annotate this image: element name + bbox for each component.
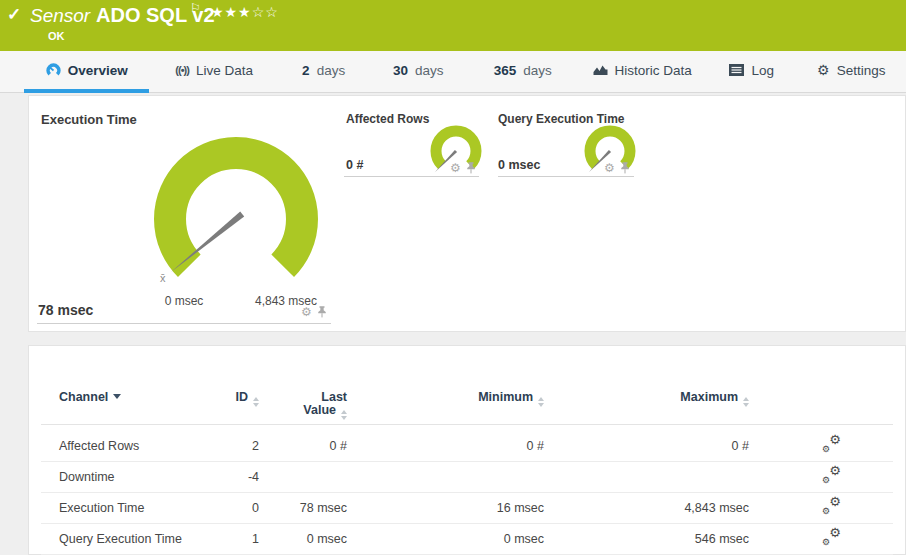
tab-label: Log	[751, 63, 774, 78]
column-header-id[interactable]: ID	[219, 391, 259, 407]
cell-id: -4	[219, 470, 259, 484]
tab-live-data[interactable]: ((•)) Live Data	[149, 51, 278, 93]
gauge-toolbar: ⚙	[301, 306, 327, 318]
tab-log[interactable]: Log	[707, 51, 797, 93]
status-check-icon: ✓	[7, 4, 21, 25]
gauge-toolbar: ⚙	[604, 162, 630, 174]
gauge-gear-icon[interactable]: ⚙	[301, 306, 312, 318]
column-header-channel[interactable]: Channel	[41, 391, 219, 404]
sensor-status-bar: ✓ Sensor ADO SQL v2 ⚐ ★★★☆☆ OK	[0, 0, 906, 51]
cell-max: 546 msec	[544, 532, 749, 546]
tab-2-days[interactable]: 2 days	[279, 51, 369, 93]
channel-table: Channel ID Last Value Minimum Maximum Af…	[41, 391, 893, 555]
cell-last: 0 #	[259, 439, 347, 453]
cell-channel[interactable]: Execution Time	[41, 501, 219, 515]
gauge-icon	[46, 63, 61, 78]
table-row-affected-rows: Affected Rows 2 0 # 0 # 0 # ⚙⚙	[41, 431, 893, 462]
affected-rows-gauge	[421, 121, 491, 191]
cell-id: 1	[219, 532, 259, 546]
divider	[498, 176, 634, 177]
live-data-icon: ((•))	[175, 64, 189, 76]
tab-overview[interactable]: Overview	[24, 51, 149, 93]
gauge-gear-icon[interactable]: ⚙	[604, 162, 615, 174]
pin-icon[interactable]	[620, 162, 630, 174]
gauge-title-affected-rows: Affected Rows	[346, 112, 429, 126]
sort-icon	[743, 397, 749, 407]
cell-min: 16 msec	[347, 501, 544, 515]
average-marker: x̄	[160, 272, 166, 284]
table-row-downtime: Downtime -4 ⚙⚙	[41, 462, 893, 493]
pin-icon[interactable]	[466, 162, 476, 174]
column-header-minimum[interactable]: Minimum	[347, 391, 544, 407]
gauge-title-execution-time: Execution Time	[41, 112, 137, 127]
cell-max: 4,843 msec	[544, 501, 749, 515]
edit-channel-icon[interactable]: ⚙⚙	[822, 467, 841, 484]
pin-icon[interactable]	[317, 306, 327, 318]
divider	[344, 176, 479, 177]
channel-table-panel: Channel ID Last Value Minimum Maximum Af…	[28, 345, 906, 555]
gauge-gear-icon[interactable]: ⚙	[450, 162, 461, 174]
column-header-maximum[interactable]: Maximum	[544, 391, 749, 407]
tab-number: 30	[393, 63, 408, 78]
execution-time-gauge: x̄	[126, 124, 346, 304]
cell-id: 0	[219, 501, 259, 515]
gauge-toolbar: ⚙	[450, 162, 476, 174]
query-execution-time-gauge	[575, 121, 645, 191]
tab-bar: Overview ((•)) Live Data 2 days 30 days …	[0, 51, 906, 93]
column-header-last-value[interactable]: Last Value	[259, 391, 347, 420]
edit-channel-icon[interactable]: ⚙⚙	[822, 436, 841, 453]
tab-unit: days	[317, 63, 346, 78]
tab-label: Live Data	[196, 63, 253, 78]
tab-365-days[interactable]: 365 days	[468, 51, 578, 93]
query-execution-time-value: 0 msec	[498, 158, 540, 172]
sort-desc-icon	[113, 394, 121, 399]
table-row-execution-time: Execution Time 0 78 msec 16 msec 4,843 m…	[41, 493, 893, 524]
cell-min: 0 msec	[347, 532, 544, 546]
cell-last: 78 msec	[259, 501, 347, 515]
table-header-row: Channel ID Last Value Minimum Maximum	[41, 391, 893, 425]
execution-time-value: 78 msec	[38, 302, 93, 318]
log-icon	[729, 64, 744, 76]
flag-icon[interactable]: ⚐	[190, 1, 201, 15]
gauges-panel: Execution Time x̄ 0 msec 4,843 msec 78 m…	[28, 95, 906, 332]
affected-rows-value: 0 #	[346, 158, 363, 172]
tab-unit: days	[523, 63, 552, 78]
cell-last: 0 msec	[259, 532, 347, 546]
divider	[37, 323, 331, 324]
cell-channel[interactable]: Downtime	[41, 470, 219, 484]
table-row-query-execution-time: Query Execution Time 1 0 msec 0 msec 546…	[41, 524, 893, 555]
gauge-min-label: 0 msec	[134, 294, 234, 308]
sort-icon	[341, 410, 347, 420]
tab-settings[interactable]: ⚙ Settings	[796, 51, 906, 93]
tab-number: 365	[494, 63, 517, 78]
tab-label: Overview	[68, 63, 128, 78]
tab-30-days[interactable]: 30 days	[368, 51, 468, 93]
cell-id: 2	[219, 439, 259, 453]
tab-historic-data[interactable]: Historic Data	[577, 51, 706, 93]
cell-channel[interactable]: Affected Rows	[41, 439, 219, 453]
tab-number: 2	[302, 63, 310, 78]
historic-chart-icon	[593, 64, 608, 76]
tab-label: Settings	[837, 63, 886, 78]
tab-unit: days	[415, 63, 444, 78]
sensor-kind-label: Sensor	[30, 5, 90, 27]
table-body: Affected Rows 2 0 # 0 # 0 # ⚙⚙ Downtime …	[41, 431, 893, 555]
edit-channel-icon[interactable]: ⚙⚙	[822, 498, 841, 515]
priority-stars[interactable]: ★★★☆☆	[211, 4, 279, 20]
cell-channel[interactable]: Query Execution Time	[41, 532, 219, 546]
edit-channel-icon[interactable]: ⚙⚙	[822, 529, 841, 546]
tab-label: Historic Data	[615, 63, 692, 78]
status-badge: OK	[48, 30, 65, 42]
cell-min: 0 #	[347, 439, 544, 453]
cell-max: 0 #	[544, 439, 749, 453]
settings-gear-icon: ⚙	[817, 63, 830, 77]
